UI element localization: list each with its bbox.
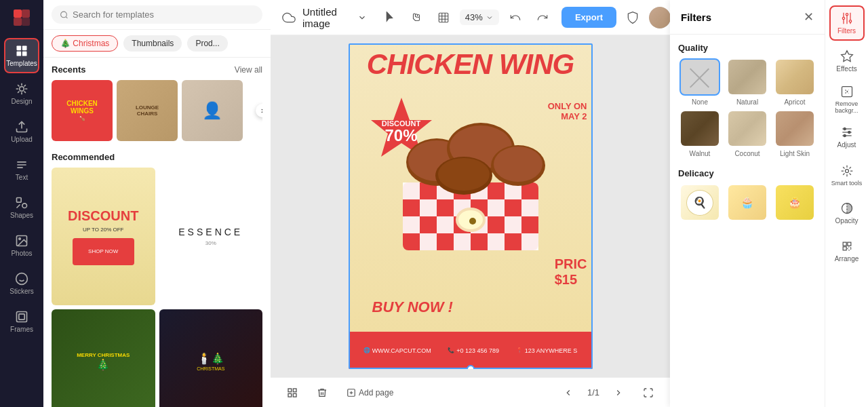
svg-point-81 (844, 134, 846, 136)
recents-next-button[interactable]: › (256, 104, 262, 117)
panel-content: Recents View all CHICKENWINGS 🍗 LOUNGECH… (43, 58, 271, 407)
tags-row: 🎄 Christmas Thumbnails Prod... (43, 30, 271, 58)
cloud-save-icon[interactable] (281, 7, 297, 28)
sidebar-tool-design[interactable]: Design (4, 76, 39, 111)
canvas-frame[interactable]: CHICKEN WING DISCOUNT 70% ONLY ON MAY 2 (349, 43, 593, 369)
frame-tool-button[interactable] (433, 7, 454, 28)
right-tool-effects[interactable]: Effects (829, 43, 865, 79)
svg-rect-10 (17, 198, 22, 203)
hand-tool-button[interactable] (406, 7, 427, 28)
recents-title: Recents (52, 64, 86, 75)
canvas-wrapper: Page 1 CHICKEN WING (271, 35, 670, 377)
search-bar (43, 0, 271, 30)
rec-thumb-3[interactable]: MERRY CHRISTMAS 🎄 (52, 309, 155, 407)
redo-button[interactable] (532, 7, 553, 28)
tag-thumbnails[interactable]: Thumbnails (123, 35, 182, 52)
search-input[interactable] (73, 9, 254, 20)
sidebar-tool-upload[interactable]: Upload (4, 114, 39, 149)
right-sidebar: Filters Effects Remove backgr... Adjust … (825, 0, 868, 407)
right-tool-filters[interactable]: Filters (829, 5, 865, 41)
tag-prod[interactable]: Prod... (187, 35, 227, 52)
tag-christmas[interactable]: 🎄 Christmas (52, 35, 118, 52)
svg-point-59 (469, 218, 476, 225)
svg-rect-5 (22, 46, 27, 51)
rec-thumb-1[interactable]: DISCOUNT UP TO 20% OFF SHOP NOW (52, 168, 155, 305)
filter-walnut-label: Walnut (690, 150, 711, 157)
sidebar-tool-photos[interactable]: Photos (4, 228, 39, 263)
filter-apricot[interactable]: Apricot (773, 58, 816, 106)
rec-thumb-2[interactable]: ESSENCE 30% (159, 168, 263, 305)
view-all-button[interactable]: View all (235, 65, 262, 75)
recent-thumb-2[interactable]: LOUNGECHAIRS (117, 80, 178, 141)
svg-point-82 (845, 169, 848, 172)
svg-rect-39 (488, 199, 505, 216)
svg-rect-61 (293, 389, 296, 392)
poster-title: CHICKEN WING (349, 43, 593, 79)
poster-footer: 🌐 WWW.CAPCUT.COM 📞 +0 123 456 789 📍 123 … (349, 332, 593, 369)
svg-rect-45 (420, 233, 437, 250)
filter-none[interactable]: None (678, 58, 722, 106)
svg-rect-4 (17, 46, 22, 51)
bottom-bar: Add page 1/1 (271, 377, 670, 407)
svg-point-19 (61, 12, 67, 18)
select-tool-button[interactable] (378, 7, 400, 28)
svg-rect-44 (505, 216, 521, 233)
svg-point-80 (848, 131, 850, 133)
svg-rect-21 (439, 13, 448, 22)
svg-rect-86 (843, 247, 846, 250)
sidebar-tool-shapes[interactable]: Shapes (4, 190, 39, 225)
filter-natural-label: Natural (736, 98, 758, 106)
user-avatar[interactable] (649, 7, 670, 28)
resize-handle-bottom[interactable] (467, 365, 475, 369)
bottom-grid-button[interactable] (281, 382, 303, 404)
filter-coconut[interactable]: Coconut (726, 110, 769, 157)
prev-page-button[interactable] (557, 382, 579, 404)
title-dropdown-icon[interactable] (355, 7, 370, 28)
right-tool-adjust[interactable]: Adjust (829, 119, 865, 155)
discount-percent: 70% (382, 128, 420, 144)
zoom-control[interactable]: 43% (460, 9, 499, 25)
rec-thumb-4[interactable]: 🕯️🎄 CHRISTMAS (159, 309, 263, 407)
search-icon (60, 10, 68, 20)
svg-rect-84 (843, 242, 846, 246)
filter-delicacy-2[interactable]: 🧁 (726, 184, 769, 224)
filter-walnut[interactable]: Walnut (678, 110, 722, 157)
doc-title: Untitled image (302, 6, 349, 29)
shield-icon[interactable] (622, 7, 644, 28)
sidebar-tool-templates[interactable]: Templates (4, 38, 39, 73)
export-button[interactable]: Export (561, 7, 616, 28)
svg-line-20 (66, 16, 67, 18)
sidebar-tool-text[interactable]: Text (4, 152, 39, 187)
expand-button[interactable] (637, 382, 659, 404)
sidebar-tool-stickers[interactable]: Stickers (4, 266, 39, 301)
svg-rect-46 (454, 233, 471, 250)
svg-rect-47 (488, 233, 505, 250)
filter-lightskin[interactable]: Light Skin (773, 110, 816, 157)
chicken-image (376, 81, 566, 257)
buy-now-text: BUY NOW ! (372, 298, 453, 316)
svg-point-14 (16, 273, 28, 285)
recent-thumb-1[interactable]: CHICKENWINGS 🍗 (52, 80, 113, 141)
svg-rect-0 (14, 9, 22, 18)
filter-delicacy-3[interactable]: 🎂 (773, 184, 816, 224)
filter-natural[interactable]: Natural (726, 58, 769, 106)
recent-thumb-3[interactable]: 👤 (182, 80, 243, 141)
right-tool-smart[interactable]: Smart tools (829, 157, 865, 193)
svg-point-54 (494, 147, 542, 182)
sidebar-tool-frames[interactable]: Frames (4, 304, 39, 339)
bottom-delete-button[interactable] (311, 382, 333, 404)
filters-close-button[interactable]: ✕ (804, 9, 814, 24)
right-tool-remove-bg[interactable]: Remove backgr... (829, 81, 865, 117)
right-tool-arrange[interactable]: Arrange (829, 233, 865, 269)
right-tool-opacity[interactable]: Opacity (829, 195, 865, 231)
svg-rect-40 (521, 199, 538, 216)
templates-panel: 🎄 Christmas Thumbnails Prod... Recents V… (43, 0, 271, 407)
filters-header: Filters ✕ (670, 0, 825, 35)
recommended-grid: DISCOUNT UP TO 20% OFF SHOP NOW ESSENCE … (52, 168, 262, 407)
add-page-button[interactable]: Add page (341, 382, 399, 404)
filter-delicacy-1[interactable]: 🍳 (678, 184, 722, 224)
next-page-button[interactable] (608, 382, 629, 404)
svg-rect-63 (293, 393, 296, 397)
search-input-wrap[interactable] (52, 5, 262, 24)
undo-button[interactable] (505, 7, 526, 28)
